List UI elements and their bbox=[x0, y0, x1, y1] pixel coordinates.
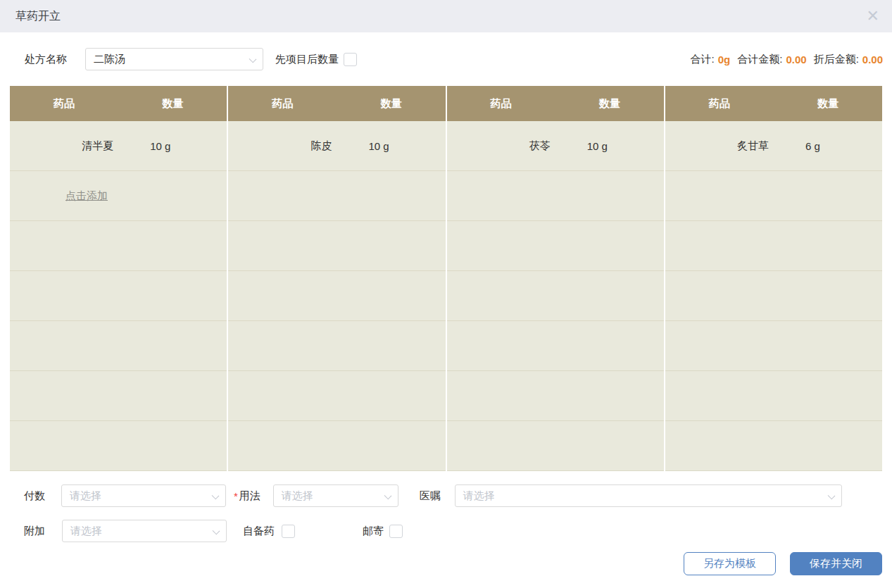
chevron-down-icon bbox=[827, 492, 835, 500]
drug-name: 炙甘草 bbox=[665, 139, 774, 153]
col-header-drug: 药品 bbox=[447, 97, 555, 111]
total-label: 合计: bbox=[691, 53, 715, 66]
herb-row-empty bbox=[447, 371, 664, 421]
chevron-down-icon bbox=[249, 56, 257, 63]
items-first-label: 先项目后数量 bbox=[275, 53, 339, 66]
herb-table: 药品 数量 清半夏 10 g 点击添加 药品 数量 陈皮 10 g bbox=[10, 86, 882, 471]
herb-row-empty bbox=[447, 321, 664, 371]
herb-row-empty bbox=[665, 171, 882, 221]
top-form-row: 处方名称 二陈汤 先项目后数量 合计: 0g 合计金额: 0.00 折后金额: … bbox=[0, 32, 892, 86]
herb-row-empty bbox=[665, 421, 882, 471]
usage-select[interactable]: 请选择 bbox=[273, 484, 398, 507]
herb-row-empty bbox=[228, 421, 445, 471]
mail-label: 邮寄 bbox=[363, 525, 384, 538]
close-icon[interactable]: ✕ bbox=[867, 8, 879, 24]
col-header-qty: 数量 bbox=[774, 97, 882, 111]
usage-label: 用法 bbox=[239, 489, 260, 503]
discount-amount-value: 0.00 bbox=[862, 54, 883, 65]
herb-row-empty bbox=[665, 371, 882, 421]
chevron-down-icon bbox=[212, 492, 220, 500]
extra-placeholder: 请选择 bbox=[70, 525, 102, 538]
extra-select[interactable]: 请选择 bbox=[62, 520, 227, 542]
footer-buttons: 另存为模板 保存并关闭 bbox=[0, 552, 892, 575]
items-first-checkbox[interactable] bbox=[344, 53, 357, 66]
doses-placeholder: 请选择 bbox=[70, 489, 101, 503]
herb-row-filled[interactable]: 清半夏 10 g bbox=[10, 121, 227, 171]
total-value: 0g bbox=[718, 54, 731, 65]
mail-checkbox[interactable] bbox=[389, 525, 403, 538]
col-header-qty: 数量 bbox=[118, 97, 227, 111]
table-header: 药品 数量 bbox=[10, 86, 227, 121]
herb-row-empty bbox=[665, 221, 882, 271]
herb-row-empty bbox=[10, 221, 227, 271]
total-amount-value: 0.00 bbox=[786, 54, 806, 65]
herb-row-empty bbox=[10, 321, 227, 371]
bottom-form: 付数 请选择 * 用法 请选择 医嘱 请选择 附加 请选择 bbox=[0, 484, 892, 542]
herb-row-empty bbox=[447, 171, 664, 221]
herb-prescription-dialog: 草药开立 ✕ 处方名称 二陈汤 先项目后数量 合计: 0g 合计金额: 0.00… bbox=[0, 0, 892, 588]
advice-select[interactable]: 请选择 bbox=[455, 484, 842, 507]
discount-amount-label: 折后金额: bbox=[814, 53, 859, 66]
doses-select[interactable]: 请选择 bbox=[61, 484, 226, 507]
herb-column-group-4: 药品 数量 炙甘草 6 g bbox=[665, 86, 882, 471]
drug-qty: 10 g bbox=[118, 140, 227, 152]
table-header: 药品 数量 bbox=[228, 86, 445, 121]
chevron-down-icon bbox=[213, 527, 220, 535]
herb-column-group-3: 药品 数量 茯苓 10 g bbox=[447, 86, 664, 471]
self-drug-label: 自备药 bbox=[243, 525, 275, 538]
herb-row-empty bbox=[10, 421, 227, 471]
prescription-name-value: 二陈汤 bbox=[94, 53, 125, 66]
required-asterisk: * bbox=[234, 490, 238, 502]
table-header: 药品 数量 bbox=[447, 86, 664, 121]
herb-row-empty bbox=[10, 371, 227, 421]
prescription-name-select[interactable]: 二陈汤 bbox=[85, 48, 263, 70]
herb-row-empty bbox=[228, 271, 445, 321]
advice-label: 医嘱 bbox=[420, 489, 441, 503]
herb-row-empty bbox=[228, 371, 445, 421]
save-as-template-button[interactable]: 另存为模板 bbox=[684, 552, 776, 575]
herb-row-empty bbox=[665, 271, 882, 321]
drug-name: 清半夏 bbox=[10, 139, 118, 153]
bottom-form-row-2: 附加 请选择 自备药 邮寄 bbox=[10, 520, 882, 542]
herb-row-filled[interactable]: 炙甘草 6 g bbox=[665, 121, 882, 171]
dialog-titlebar: 草药开立 ✕ bbox=[0, 0, 892, 32]
col-header-drug: 药品 bbox=[10, 97, 118, 111]
save-and-close-button[interactable]: 保存并关闭 bbox=[790, 552, 882, 575]
bottom-form-row-1: 付数 请选择 * 用法 请选择 医嘱 请选择 bbox=[10, 484, 882, 507]
drug-qty: 6 g bbox=[774, 140, 882, 152]
herb-row-empty bbox=[10, 271, 227, 321]
dialog-title: 草药开立 bbox=[15, 9, 61, 24]
herb-row-empty bbox=[447, 421, 664, 471]
drug-qty: 10 g bbox=[555, 140, 664, 152]
herb-row-add: 点击添加 bbox=[10, 171, 227, 221]
herb-row-empty bbox=[665, 321, 882, 371]
doses-label: 付数 bbox=[24, 489, 45, 503]
herb-row-empty bbox=[447, 221, 664, 271]
col-header-drug: 药品 bbox=[228, 97, 337, 111]
add-herb-link[interactable]: 点击添加 bbox=[65, 189, 108, 203]
advice-placeholder: 请选择 bbox=[463, 489, 495, 503]
total-amount-label: 合计金额: bbox=[737, 53, 782, 66]
herb-row-empty bbox=[228, 321, 445, 371]
prescription-name-label: 处方名称 bbox=[25, 53, 67, 66]
herb-column-group-1: 药品 数量 清半夏 10 g 点击添加 bbox=[10, 86, 227, 471]
herb-column-group-2: 药品 数量 陈皮 10 g bbox=[228, 86, 445, 471]
totals-bar: 合计: 0g 合计金额: 0.00 折后金额: 0.00 bbox=[691, 53, 883, 66]
usage-placeholder: 请选择 bbox=[282, 489, 313, 503]
self-drug-checkbox[interactable] bbox=[282, 525, 295, 538]
col-header-qty: 数量 bbox=[555, 97, 664, 111]
drug-name: 茯苓 bbox=[447, 139, 555, 153]
drug-name: 陈皮 bbox=[228, 139, 337, 153]
col-header-drug: 药品 bbox=[665, 97, 774, 111]
drug-qty: 10 g bbox=[337, 140, 445, 152]
extra-label: 附加 bbox=[24, 525, 45, 538]
herb-row-empty bbox=[447, 271, 664, 321]
herb-row-filled[interactable]: 陈皮 10 g bbox=[228, 121, 445, 171]
chevron-down-icon bbox=[384, 492, 391, 500]
col-header-qty: 数量 bbox=[337, 97, 445, 111]
herb-row-empty bbox=[228, 221, 445, 271]
herb-row-filled[interactable]: 茯苓 10 g bbox=[447, 121, 664, 171]
herb-row-empty bbox=[228, 171, 445, 221]
table-header: 药品 数量 bbox=[665, 86, 882, 121]
